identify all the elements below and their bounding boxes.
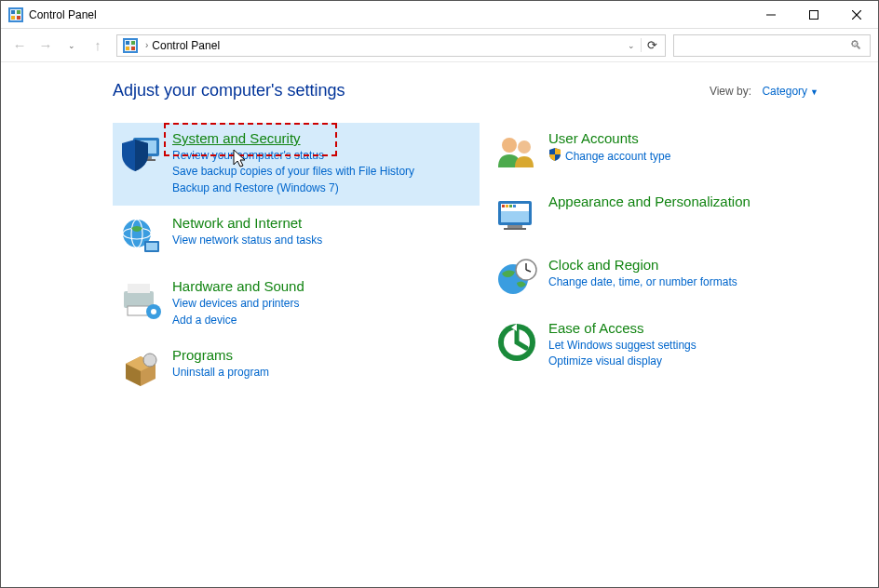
svg-rect-14 [126,47,129,50]
svg-rect-3 [17,10,20,14]
sublink[interactable]: Change date, time, or number formats [548,274,850,290]
svg-rect-7 [810,10,818,19]
category-hardware-sound[interactable]: Hardware and Sound View devices and prin… [113,271,480,338]
category-system-security[interactable]: System and Security Review your computer… [113,123,480,206]
address-bar[interactable]: › Control Panel ⌄ ⟳ [116,34,666,57]
category-title[interactable]: User Accounts [548,130,639,146]
search-box[interactable]: 🔍︎ [673,34,871,57]
svg-rect-15 [131,47,135,50]
breadcrumb-chevron-icon[interactable]: › [142,40,152,50]
category-title[interactable]: Network and Internet [172,215,302,231]
svg-rect-38 [509,205,512,207]
programs-box-icon [118,347,163,392]
view-by-control[interactable]: View by: Category▼ [710,85,818,98]
control-panel-icon [123,38,138,53]
category-title[interactable]: Appearance and Personalization [548,194,751,209]
svg-rect-39 [513,205,516,207]
breadcrumb-location[interactable]: Control Panel [152,39,622,52]
category-title[interactable]: Ease of Access [548,320,644,336]
svg-point-30 [143,354,156,367]
svg-rect-24 [146,243,157,250]
svg-rect-40 [507,225,522,228]
window-title: Control Panel [29,8,97,21]
dropdown-arrow-icon: ▼ [810,87,818,97]
svg-rect-12 [126,41,129,45]
sublink[interactable]: Save backup copies of your files with Fi… [172,164,474,180]
left-column: System and Security Review your computer… [113,123,480,403]
svg-point-32 [518,140,531,154]
svg-rect-2 [11,10,15,14]
sublink[interactable]: Backup and Restore (Windows 7) [172,180,474,196]
shield-monitor-icon [118,130,163,175]
category-title[interactable]: System and Security [172,130,301,146]
address-dropdown-icon[interactable]: ⌄ [622,41,641,50]
uac-shield-icon [548,148,561,166]
category-clock-region[interactable]: Clock and Region Change date, time, or n… [489,249,856,311]
category-network-internet[interactable]: Network and Internet View network status… [113,207,480,269]
category-title[interactable]: Clock and Region [548,257,658,273]
page-title: Adjust your computer's settings [113,81,345,100]
svg-point-29 [151,309,156,314]
sublink[interactable]: Optimize visual display [548,354,850,369]
user-accounts-icon [494,130,539,175]
appearance-icon [494,194,539,238]
sublink[interactable]: View network status and tasks [172,233,474,248]
sublink[interactable]: Add a device [172,313,474,328]
sublink[interactable]: Review your computer's status [172,148,474,164]
sublink[interactable]: Let Windows suggest settings [548,338,850,354]
titlebar: Control Panel [1,1,878,29]
category-title[interactable]: Hardware and Sound [172,278,304,294]
category-user-accounts[interactable]: User Accounts Change account type [489,123,856,184]
navbar: ← → ⌄ ↑ › Control Panel ⌄ ⟳ 🔍︎ [1,29,878,62]
search-icon[interactable]: 🔍︎ [843,38,870,52]
forward-button[interactable]: → [34,34,57,57]
content-area: Adjust your computer's settings View by:… [1,62,878,421]
refresh-button[interactable]: ⟳ [641,38,663,52]
svg-rect-41 [504,228,526,230]
svg-rect-25 [124,291,154,308]
svg-rect-26 [128,284,150,293]
recent-dropdown[interactable]: ⌄ [61,34,83,57]
svg-rect-37 [506,205,508,207]
sublink[interactable]: Change account type [565,149,670,165]
sublink[interactable]: Uninstall a program [172,365,474,381]
up-button[interactable]: ↑ [87,34,109,57]
content-header: Adjust your computer's settings View by:… [113,81,856,100]
category-columns: System and Security Review your computer… [113,123,856,403]
view-by-label: View by: [710,85,751,98]
svg-rect-36 [502,205,505,207]
minimize-button[interactable] [750,1,792,29]
category-ease-of-access[interactable]: Ease of Access Let Windows suggest setti… [489,313,856,380]
sublink[interactable]: View devices and printers [172,296,474,312]
view-by-value[interactable]: Category [762,85,807,98]
category-title[interactable]: Programs [172,347,233,363]
control-panel-icon [8,7,23,22]
svg-rect-5 [17,16,20,20]
search-input[interactable] [674,39,843,52]
clock-globe-icon [494,257,539,301]
category-programs[interactable]: Programs Uninstall a program [113,340,480,401]
maximize-button[interactable] [792,1,835,29]
svg-point-31 [502,138,517,153]
right-column: User Accounts Change account type Appear… [489,123,856,403]
printer-hardware-icon [118,278,163,323]
svg-rect-4 [11,16,15,20]
window-controls [750,1,878,29]
svg-rect-13 [131,41,135,45]
back-button[interactable]: ← [8,34,31,57]
globe-network-icon [118,215,163,260]
ease-of-access-icon [494,320,539,365]
category-appearance-personalization[interactable]: Appearance and Personalization [489,186,856,247]
close-button[interactable] [835,1,878,29]
